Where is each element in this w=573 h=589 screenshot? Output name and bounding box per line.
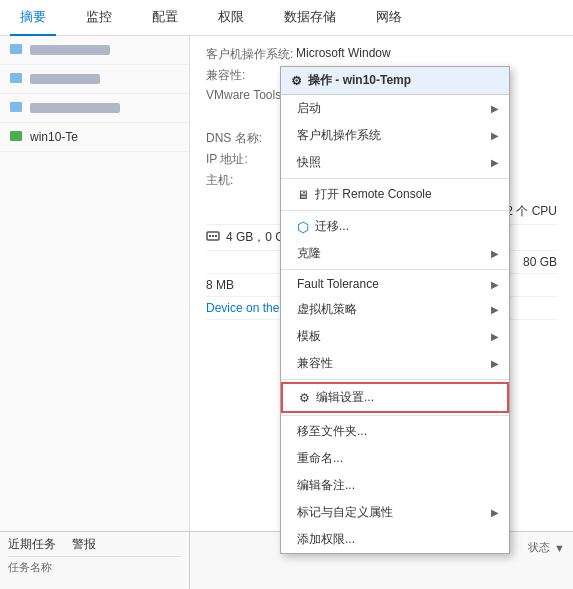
arrow-policy: ▶ <box>491 304 499 315</box>
os-row: 客户机操作系统: Microsoft Window <box>206 46 557 63</box>
menu-item-compat-label: 兼容性 <box>297 355 333 372</box>
sidebar-item-label-2 <box>30 74 100 84</box>
sidebar-item-label-1 <box>30 45 110 55</box>
menu-item-start[interactable]: 启动 ▶ <box>281 95 509 122</box>
svg-rect-0 <box>10 44 22 54</box>
svg-rect-3 <box>10 131 22 141</box>
svg-rect-6 <box>212 235 214 237</box>
arrow-start: ▶ <box>491 103 499 114</box>
menu-item-migrate[interactable]: ⬡ 迁移... <box>281 213 509 240</box>
sidebar-item-2[interactable] <box>0 65 189 94</box>
os-value: Microsoft Window <box>296 46 391 63</box>
separator-4 <box>281 379 509 380</box>
menu-item-move-label: 移至文件夹... <box>297 423 367 440</box>
migrate-icon: ⬡ <box>297 219 309 235</box>
tab-monitor[interactable]: 监控 <box>76 0 122 36</box>
menu-item-move[interactable]: 移至文件夹... <box>281 418 509 445</box>
sidebar-item-1[interactable] <box>0 36 189 65</box>
edit-settings-icon: ⚙ <box>299 391 310 405</box>
tab-config[interactable]: 配置 <box>142 0 188 36</box>
bottom-tabs: 近期任务 警报 <box>8 536 181 557</box>
main-layout: win10-Te 客户机操作系统: Microsoft Window 兼容性: … <box>0 36 573 589</box>
sidebar-item-3[interactable] <box>0 94 189 123</box>
context-menu: ⚙ 操作 - win10-Temp 启动 ▶ 客户机操作系统 ▶ 快照 ▶ 🖥 … <box>280 66 510 554</box>
separator-5 <box>281 415 509 416</box>
tab-alerts[interactable]: 警报 <box>72 536 96 553</box>
menu-item-policy[interactable]: 虚拟机策略 ▶ <box>281 296 509 323</box>
menu-item-migrate-label: 迁移... <box>315 218 349 235</box>
menu-item-fault[interactable]: Fault Tolerance ▶ <box>281 272 509 296</box>
network-extra-link[interactable]: Device on the <box>206 301 279 315</box>
menu-item-edit-settings[interactable]: ⚙ 编辑设置... <box>281 382 509 413</box>
status-col: 状态 ▼ <box>528 540 565 555</box>
arrow-fault: ▶ <box>491 279 499 290</box>
memory-icon <box>206 229 220 246</box>
menu-item-snapshot[interactable]: 快照 ▶ <box>281 149 509 176</box>
console-icon: 🖥 <box>297 188 309 202</box>
separator-1 <box>281 178 509 179</box>
menu-item-guest-os-label: 客户机操作系统 <box>297 127 381 144</box>
menu-item-template[interactable]: 模板 ▶ <box>281 323 509 350</box>
memory-value: 4 GB，0 G <box>226 229 285 246</box>
svg-rect-1 <box>10 73 22 83</box>
content-area: 客户机操作系统: Microsoft Window 兼容性: ESXi 6.5 … <box>190 36 573 589</box>
sidebar-item-4[interactable]: win10-Te <box>0 123 189 152</box>
menu-item-tags-label: 标记与自定义属性 <box>297 504 393 521</box>
arrow-guest-os: ▶ <box>491 130 499 141</box>
vm-icon <box>8 42 24 58</box>
menu-item-console[interactable]: 🖥 打开 Remote Console <box>281 181 509 208</box>
menu-item-template-label: 模板 <box>297 328 321 345</box>
sidebar-item-label-3 <box>30 103 120 113</box>
tab-recent-tasks[interactable]: 近期任务 <box>8 536 56 553</box>
tasks-label: 任务名称 <box>8 560 181 575</box>
menu-item-rename[interactable]: 重命名... <box>281 445 509 472</box>
separator-2 <box>281 210 509 211</box>
menu-item-rename-label: 重命名... <box>297 450 343 467</box>
menu-header: ⚙ 操作 - win10-Temp <box>281 67 509 95</box>
arrow-clone: ▶ <box>491 248 499 259</box>
arrow-snapshot: ▶ <box>491 157 499 168</box>
menu-item-guest-os[interactable]: 客户机操作系统 ▶ <box>281 122 509 149</box>
menu-item-policy-label: 虚拟机策略 <box>297 301 357 318</box>
menu-item-fault-label: Fault Tolerance <box>297 277 379 291</box>
tab-datastore[interactable]: 数据存储 <box>274 0 346 36</box>
menu-item-compat[interactable]: 兼容性 ▶ <box>281 350 509 377</box>
arrow-template: ▶ <box>491 331 499 342</box>
menu-item-snapshot-label: 快照 <box>297 154 321 171</box>
menu-item-permissions-label: 添加权限... <box>297 531 355 548</box>
tab-network[interactable]: 网络 <box>366 0 412 36</box>
arrow-compat: ▶ <box>491 358 499 369</box>
top-navigation: 摘要 监控 配置 权限 数据存储 网络 <box>0 0 573 36</box>
vm-icon-2 <box>8 71 24 87</box>
vm-icon-4 <box>8 129 24 145</box>
bottom-sidebar: 近期任务 警报 任务名称 <box>0 532 190 589</box>
vm-icon-3 <box>8 100 24 116</box>
menu-item-edit-settings-label: 编辑设置... <box>316 389 374 406</box>
svg-rect-2 <box>10 102 22 112</box>
menu-item-permissions[interactable]: 添加权限... <box>281 526 509 553</box>
separator-3 <box>281 269 509 270</box>
sidebar: win10-Te <box>0 36 190 589</box>
tab-summary[interactable]: 摘要 <box>10 0 56 36</box>
svg-rect-5 <box>209 235 211 237</box>
menu-item-console-label: 打开 Remote Console <box>315 186 432 203</box>
sidebar-item-label-4: win10-Te <box>30 130 78 144</box>
menu-item-start-label: 启动 <box>297 100 321 117</box>
menu-item-edit-note-label: 编辑备注... <box>297 477 355 494</box>
menu-header-label: 操作 - win10-Temp <box>308 72 411 89</box>
status-label: 状态 <box>528 540 550 555</box>
status-dropdown-icon[interactable]: ▼ <box>554 542 565 554</box>
menu-item-clone-label: 克隆 <box>297 245 321 262</box>
menu-item-edit-note[interactable]: 编辑备注... <box>281 472 509 499</box>
menu-item-clone[interactable]: 克隆 ▶ <box>281 240 509 267</box>
svg-rect-7 <box>215 235 217 237</box>
os-label: 客户机操作系统: <box>206 46 296 63</box>
arrow-tags: ▶ <box>491 507 499 518</box>
menu-header-icon: ⚙ <box>291 74 302 88</box>
tab-permissions[interactable]: 权限 <box>208 0 254 36</box>
menu-item-tags[interactable]: 标记与自定义属性 ▶ <box>281 499 509 526</box>
